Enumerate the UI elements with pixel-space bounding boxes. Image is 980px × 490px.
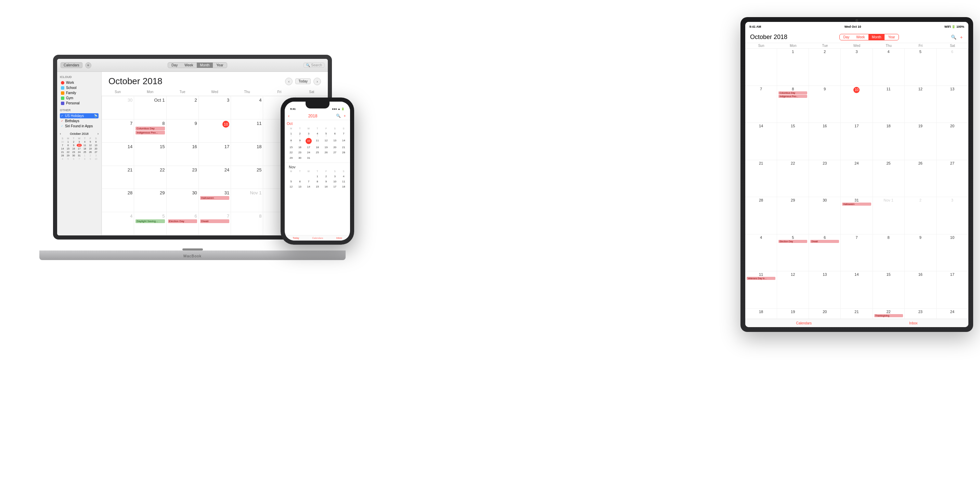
iday-7[interactable]: 7 bbox=[339, 131, 348, 138]
iday-21[interactable]: 21 bbox=[339, 145, 348, 150]
event-indigenous[interactable]: Indigenous Peo... bbox=[778, 95, 807, 98]
iday-31[interactable]: 31 bbox=[304, 155, 313, 161]
nday-1[interactable]: 1 bbox=[313, 174, 322, 179]
add-calendar-button[interactable]: + bbox=[85, 62, 91, 68]
mini-day-9[interactable]: 9 bbox=[71, 144, 76, 147]
table-row[interactable]: 19 bbox=[777, 309, 809, 319]
mini-day-11[interactable]: 11 bbox=[82, 144, 87, 147]
iday-24[interactable]: 24 bbox=[304, 150, 313, 155]
table-row[interactable]: 23 bbox=[905, 309, 937, 319]
tab-month[interactable]: Month bbox=[197, 63, 213, 68]
table-row[interactable]: 5 Daylight Saving... bbox=[134, 212, 166, 235]
mini-day-7[interactable]: 7 bbox=[60, 144, 65, 147]
mini-day-30b[interactable]: 30 bbox=[71, 154, 76, 157]
iday-28[interactable]: 28 bbox=[339, 150, 348, 155]
table-row[interactable]: 16 bbox=[905, 271, 937, 309]
mini-day-4[interactable]: 4 bbox=[82, 140, 87, 143]
ipad-tab-year[interactable]: Year bbox=[885, 34, 898, 40]
table-row[interactable]: 8 Columbus Day Indigenous Peo... bbox=[777, 86, 809, 123]
mini-day-19[interactable]: 19 bbox=[88, 147, 93, 150]
sidebar-item-gym[interactable]: Gym bbox=[60, 95, 99, 100]
table-row[interactable]: 24 bbox=[937, 309, 968, 319]
iday-29[interactable]: 29 bbox=[287, 155, 296, 161]
event-daylight[interactable]: Daylight Saving... bbox=[135, 220, 165, 223]
table-row[interactable]: 10 bbox=[199, 119, 231, 143]
table-row[interactable]: 22 Thanksgiving bbox=[873, 309, 905, 319]
iday-12[interactable]: 12 bbox=[321, 138, 331, 145]
iday-9[interactable]: 9 bbox=[296, 138, 305, 145]
nday-4[interactable]: 4 bbox=[339, 174, 348, 179]
nday-15[interactable]: 15 bbox=[313, 184, 322, 189]
table-row[interactable]: 30 bbox=[167, 189, 199, 212]
iday-10-today[interactable]: 10 bbox=[305, 138, 312, 144]
iday-11[interactable]: 11 bbox=[313, 138, 322, 145]
table-row[interactable]: 10 bbox=[937, 234, 968, 272]
table-row[interactable]: 7 bbox=[745, 86, 777, 123]
mini-day-21[interactable]: 21 bbox=[60, 151, 65, 154]
tab-year[interactable]: Year bbox=[213, 63, 226, 68]
table-row[interactable]: 20 bbox=[809, 309, 841, 319]
iday-13[interactable]: 13 bbox=[331, 138, 339, 145]
ipad-add-icon[interactable]: ＋ bbox=[959, 34, 964, 40]
mini-day-10-today[interactable]: 10 bbox=[76, 144, 82, 147]
table-row[interactable]: 18 bbox=[873, 123, 905, 160]
table-row[interactable]: 4 bbox=[231, 96, 263, 119]
table-row[interactable]: 8 bbox=[231, 212, 263, 235]
table-row[interactable]: 3 bbox=[937, 197, 968, 234]
table-row[interactable]: 17 bbox=[199, 143, 231, 166]
sidebar-item-family[interactable]: Family bbox=[60, 90, 99, 95]
mini-day-n7[interactable]: 7 bbox=[76, 158, 82, 161]
mini-day-14[interactable]: 14 bbox=[60, 147, 65, 150]
iday-3[interactable]: 3 bbox=[304, 131, 313, 138]
nday-9[interactable]: 9 bbox=[321, 179, 331, 184]
mini-day-28[interactable]: 28 bbox=[60, 154, 65, 157]
mini-day-23[interactable]: 23 bbox=[71, 151, 76, 154]
table-row[interactable]: 11 bbox=[231, 119, 263, 143]
table-row[interactable]: Nov 1 bbox=[231, 189, 263, 212]
table-row[interactable]: 16 bbox=[809, 123, 841, 160]
table-row[interactable]: 9 bbox=[167, 119, 199, 143]
mini-day-26[interactable]: 26 bbox=[88, 151, 93, 154]
iday-8[interactable]: 8 bbox=[287, 138, 296, 145]
table-row[interactable]: 23 bbox=[809, 160, 841, 197]
table-row[interactable]: 18 bbox=[745, 309, 777, 319]
ipad-search-icon[interactable]: 🔍 bbox=[951, 35, 956, 40]
mini-day-22[interactable]: 22 bbox=[65, 151, 70, 154]
table-row[interactable]: 2 bbox=[905, 197, 937, 234]
mini-day-n6[interactable]: 6 bbox=[71, 158, 76, 161]
table-row[interactable]: 15 bbox=[134, 143, 166, 166]
table-row[interactable]: 14 bbox=[841, 271, 873, 309]
mini-day-12[interactable]: 12 bbox=[88, 144, 93, 147]
table-row[interactable]: 13 bbox=[809, 271, 841, 309]
iday-1[interactable]: 1 bbox=[287, 131, 296, 138]
mini-day-30[interactable]: 30 bbox=[60, 140, 65, 143]
tab-week[interactable]: Week bbox=[181, 63, 196, 68]
table-row[interactable]: 11 bbox=[873, 86, 905, 123]
table-row[interactable]: 7 bbox=[102, 119, 134, 143]
table-row[interactable]: 12 bbox=[905, 86, 937, 123]
tab-day[interactable]: Day bbox=[168, 63, 181, 68]
ipad-calendars-btn[interactable]: Calendars bbox=[796, 321, 811, 325]
iday-6[interactable]: 6 bbox=[331, 131, 339, 138]
table-row[interactable]: 28 bbox=[745, 197, 777, 234]
table-row[interactable]: 17 bbox=[937, 271, 968, 309]
table-row[interactable]: 23 bbox=[167, 166, 199, 189]
table-row[interactable] bbox=[745, 49, 777, 86]
table-row[interactable]: 22 bbox=[777, 160, 809, 197]
table-row[interactable]: 19 bbox=[905, 123, 937, 160]
mini-day-3[interactable]: 3 bbox=[76, 140, 82, 143]
table-row[interactable]: 16 bbox=[167, 143, 199, 166]
mini-day-n9[interactable]: 9 bbox=[88, 158, 93, 161]
table-row[interactable]: 9 bbox=[905, 234, 937, 272]
table-row[interactable]: 27 bbox=[937, 160, 968, 197]
iday-23[interactable]: 23 bbox=[296, 150, 305, 155]
iday-19[interactable]: 19 bbox=[321, 145, 331, 150]
iphone-back-btn[interactable]: ‹ bbox=[288, 114, 290, 118]
event-halloween-ipad[interactable]: Halloween bbox=[842, 202, 871, 206]
nday-12[interactable]: 12 bbox=[287, 184, 296, 189]
mini-day-n5[interactable]: 5 bbox=[65, 158, 70, 161]
table-row[interactable]: 7 bbox=[841, 234, 873, 272]
iday-26[interactable]: 26 bbox=[321, 150, 331, 155]
nday-8[interactable]: 8 bbox=[313, 179, 322, 184]
event-election-ipad[interactable]: Election Day bbox=[778, 240, 807, 243]
